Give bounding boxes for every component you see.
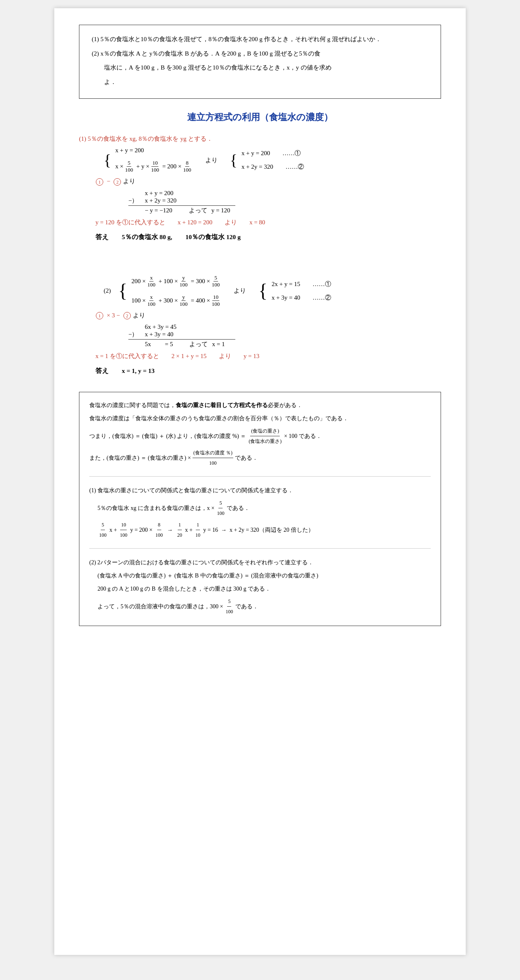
problem-2-line1: (2) x％の食塩水 A と y％の食塩水 B がある．A を200 g，B を… (92, 48, 428, 60)
note-s1-detail1: 5％の食塩水 xg に含まれる食塩の重さは，x × 5 100 である． (89, 498, 431, 518)
sol2-r1: 2x + y = 15 ……① (272, 280, 331, 288)
page: (1) 5％の食塩水と10％の食塩水を混ぜて，8％の食塩水を200 g 作るとき… (54, 8, 466, 955)
frac-8-100: 8 100 (182, 160, 192, 173)
sol1-sub-row3: − y = −120 よって y = 120 (128, 207, 441, 214)
sol1-r2: x + 2y = 320 ……② (241, 163, 304, 171)
note-line1: 食塩水の濃度に関する問題では，食塩の重さに着目して方程式を作る必要がある． (89, 400, 431, 411)
sol1-eq2: x × 5 100 + y × 10 100 = 200 × 8 100 (115, 160, 193, 173)
note-separator-2 (89, 548, 431, 549)
sol2-equations-container: (2) { 200 × x 100 + 100 × y 100 = 300 × (104, 275, 441, 307)
sol2-sub-line (128, 339, 235, 340)
sol2-subtraction: 6x + 3y = 45 −） x + 3y = 40 5x = 5 よって x… (128, 324, 441, 348)
left-brace-1: { (104, 152, 111, 168)
sol1-sub-row1: x + y = 200 (128, 190, 441, 197)
sol2-label: (2) (104, 287, 111, 294)
note-s2-line3: よって，5％の混合溶液中の食塩の重さは，300 × 5 100 である． (89, 596, 431, 617)
problem-2-line3: よ． (92, 76, 428, 88)
note-line4: また，(食塩の重さ) ＝ (食塩水の重さ) × (食塩水の濃度 ％) 100 で… (89, 448, 431, 468)
note-s2-line1: (食塩水 A 中の食塩の重さ) ＋ (食塩水 B 中の食塩の重さ) ＝ (混合溶… (89, 570, 431, 582)
sol1-equations-container: { x + y = 200 x × 5 100 + y × 10 100 (104, 147, 441, 173)
sol2-step-note: 1 × 3 − 2 より (95, 312, 441, 320)
note-frac-3: 5 100 (216, 498, 225, 518)
frac-x-100-a: x 100 (146, 275, 156, 288)
section-title: 連立方程式の利用（食塩水の濃度） (79, 111, 441, 123)
problem-1: (1) 5％の食塩水と10％の食塩水を混ぜて，8％の食塩水を200 g 作るとき… (92, 33, 428, 45)
problem-box: (1) 5％の食塩水と10％の食塩水を混ぜて，8％の食塩水を200 g 作るとき… (79, 25, 441, 99)
note-s2-line2: 200 g の A と100 g の B を混合したとき，その重さは 300 g… (89, 583, 431, 595)
note-separator (89, 476, 431, 477)
sol2-eq1: 200 × x 100 + 100 × y 100 = 300 × 5 100 (132, 275, 222, 288)
sol1-sub-row2: −） x + 2y = 320 (128, 197, 441, 205)
sol2-yori: より (234, 287, 246, 295)
sol2-sub-row3: 5x = 5 よって x = 1 (128, 340, 441, 348)
sol1-r1: x + y = 200 ……① (241, 149, 304, 157)
sol2-right-equations: 2x + y = 15 ……① x + 3y = 40 ……② (272, 280, 331, 302)
sol2-sub-row2: −） x + 3y = 40 (128, 331, 441, 338)
sol1-answer: 答え 5％の食塩水 80 g, 10％の食塩水 120 g (95, 233, 441, 242)
frac-10-100: 10 100 (150, 160, 160, 173)
note-line2: 食塩水の濃度は「食塩水全体の重さのうち食塩の重さの割合を百分率（％）で表したもの… (89, 413, 431, 424)
sol1-yori: より (205, 156, 218, 164)
left-brace-2: { (118, 282, 128, 300)
problem-2-line2: 塩水に，A を100 g，B を300 g 混ぜると10％の食塩水になるとき，x… (92, 62, 428, 74)
sol2-sub-note: x = 1 を①に代入すると 2 × 1 + y = 15 より y = 13 (95, 352, 441, 360)
frac-5-100-b: 5 100 (211, 275, 221, 288)
note-s1-head: (1) 食塩水の重さについての関係式と食塩の重さについての関係式を連立する． (89, 485, 431, 496)
solution-2: (2) { 200 × x 100 + 100 × y 100 = 300 × (79, 275, 441, 376)
sol1-eq1: x + y = 200 (115, 147, 193, 154)
right-brace-2: { (258, 282, 267, 300)
sol1-step-note: 1 − 2 より (95, 177, 441, 186)
sol1-subtraction: x + y = 200 −） x + 2y = 320 − y = −120 よ… (128, 190, 441, 214)
sol2-answer: 答え x = 1, y = 13 (95, 367, 441, 375)
sol2-left-equations: 200 × x 100 + 100 × y 100 = 300 × 5 100 (132, 275, 222, 307)
sol2-r2: x + 3y = 40 ……② (272, 294, 331, 302)
sol2-sub-row1: 6x + 3y = 45 (128, 324, 441, 331)
sol1-sub-note: y = 120 を①に代入すると x + 120 = 200 より x = 80 (95, 219, 441, 226)
frac-x-100-b: x 100 (146, 294, 156, 307)
frac-10-100-b: 10 100 (211, 294, 221, 307)
sol2-eq2: 100 × x 100 + 300 × y 100 = 400 × 10 100 (132, 294, 222, 307)
sol1-left-equations: x + y = 200 x × 5 100 + y × 10 100 = 200… (115, 147, 193, 173)
note-box: 食塩水の濃度に関する問題では，食塩の重さに着目して方程式を作る必要がある． 食塩… (79, 392, 441, 626)
note-s1-eq: 5 100 x + 10 100 y = 200 × 8 100 → 1 20 … (89, 520, 431, 540)
note-frac-2: (食塩水の濃度 ％) 100 (193, 448, 233, 468)
frac-y-100-a: y 100 (179, 275, 188, 288)
sol1-right-equations: x + y = 200 ……① x + 2y = 320 ……② (241, 149, 304, 171)
note-s2-head: (2) 2パターンの混合における食塩の重さについての関係式をそれぞれ作って連立す… (89, 557, 431, 568)
frac-y-100-b: y 100 (179, 294, 188, 307)
sol1-sub-line (128, 205, 235, 206)
note-line3: つまり，(食塩水) ＝ (食塩) ＋ (水) より，(食塩水の濃度 %) ＝ (… (89, 426, 431, 446)
sol1-intro: (1) 5％の食塩水を xg, 8％の食塩水を yg とする． (79, 135, 441, 143)
frac-5-100: 5 100 (124, 160, 134, 173)
right-brace-1: { (230, 152, 237, 168)
solution-1: (1) 5％の食塩水を xg, 8％の食塩水を yg とする． { x + y … (79, 135, 441, 242)
note-frac-4: 5 100 (225, 596, 234, 617)
note-frac-1: (食塩の重さ) (食塩水の重さ) (248, 426, 282, 446)
